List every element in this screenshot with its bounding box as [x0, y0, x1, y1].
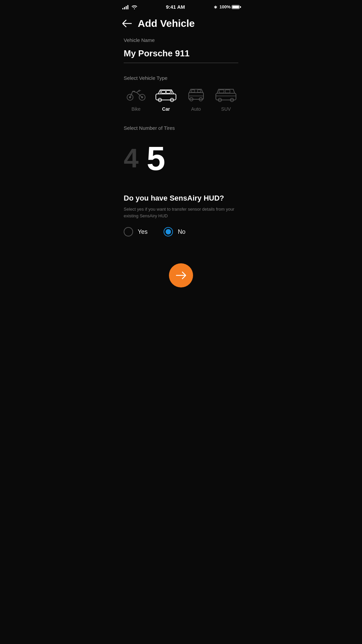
svg-point-3 — [141, 96, 143, 98]
page-content: Vehicle Name Select Vehicle Type Bi — [116, 37, 246, 236]
hud-yes-label: Yes — [138, 228, 147, 235]
tires-section: Select Number of Tires 4 5 — [124, 125, 238, 180]
vehicle-name-input[interactable] — [124, 48, 238, 63]
svg-point-2 — [129, 96, 131, 98]
status-left — [122, 5, 137, 9]
hud-no-radio[interactable] — [164, 227, 173, 236]
vehicle-type-car[interactable]: Car — [154, 86, 179, 112]
tire-option-5[interactable]: 5 — [147, 142, 166, 175]
hud-no-label: No — [178, 228, 185, 235]
battery-percent: 100% — [220, 4, 231, 9]
hud-no-option[interactable]: No — [164, 227, 185, 236]
hud-section: Do you have SensAiry HUD? Select yes if … — [124, 194, 238, 236]
hud-description: Select yes if you want to transfer senso… — [124, 206, 238, 219]
vehicle-type-suv[interactable]: SUV — [214, 86, 239, 112]
svg-rect-7 — [162, 91, 166, 93]
bike-label: Bike — [131, 106, 140, 112]
next-button-container — [116, 250, 246, 304]
svg-rect-19 — [225, 90, 230, 93]
bluetooth-icon: ∗ — [214, 4, 218, 10]
status-bar: 9:41 AM ∗ 100% — [116, 0, 246, 12]
vehicle-type-auto[interactable]: Auto — [184, 86, 208, 112]
back-button[interactable] — [122, 20, 132, 27]
wifi-icon — [131, 5, 137, 9]
car-icon — [154, 86, 178, 103]
svg-rect-8 — [166, 91, 170, 93]
next-arrow-icon — [176, 270, 186, 280]
car-label: Car — [162, 106, 170, 112]
svg-rect-18 — [219, 90, 224, 93]
hud-yes-option[interactable]: Yes — [124, 227, 147, 236]
next-button[interactable] — [169, 263, 193, 287]
vehicle-type-list: Bike Car — [124, 86, 238, 112]
battery-icon — [232, 5, 240, 9]
svg-rect-14 — [197, 90, 201, 92]
vehicle-type-label: Select Vehicle Type — [124, 75, 238, 81]
status-right: ∗ 100% — [214, 4, 240, 10]
bike-icon — [124, 86, 148, 103]
auto-label: Auto — [191, 106, 201, 112]
hud-radio-group: Yes No — [124, 227, 238, 236]
hud-question: Do you have SensAiry HUD? — [124, 194, 238, 203]
back-arrow-icon — [122, 20, 132, 27]
vehicle-type-bike[interactable]: Bike — [124, 86, 148, 112]
auto-icon — [184, 86, 208, 103]
tire-option-4[interactable]: 4 — [124, 145, 139, 172]
battery-indicator: 100% — [220, 4, 240, 9]
svg-rect-13 — [191, 90, 195, 92]
vehicle-name-section: Vehicle Name — [124, 37, 238, 75]
suv-label: SUV — [221, 106, 231, 112]
hud-yes-radio[interactable] — [124, 227, 133, 236]
vehicle-type-section: Select Vehicle Type Bike — [124, 75, 238, 112]
signal-icon — [122, 5, 128, 9]
vehicle-name-label: Vehicle Name — [124, 37, 238, 43]
page-title: Add Vehicle — [138, 18, 195, 29]
page-header: Add Vehicle — [116, 12, 246, 37]
tires-list[interactable]: 4 5 — [124, 136, 238, 180]
tires-label: Select Number of Tires — [124, 125, 238, 131]
suv-icon — [214, 86, 238, 103]
status-time: 9:41 AM — [166, 4, 185, 10]
